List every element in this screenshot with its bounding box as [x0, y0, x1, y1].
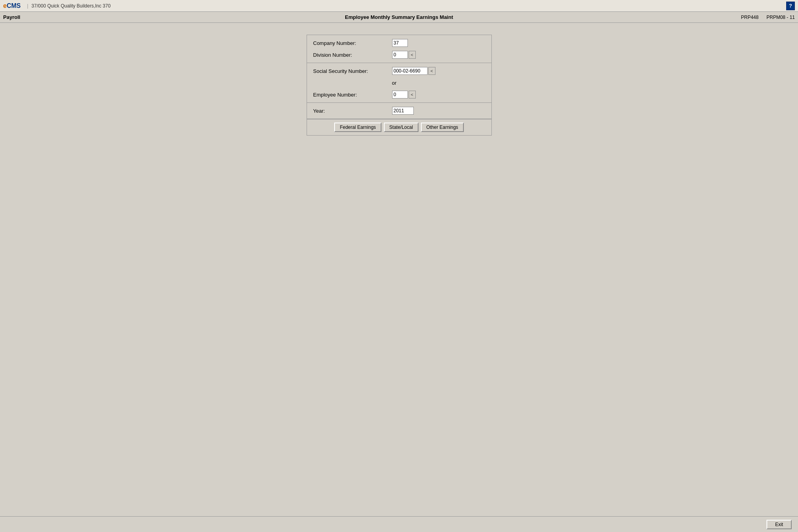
company-number-input-group — [392, 39, 408, 47]
company-number-row: Company Number: — [313, 38, 485, 48]
screen-code-1: PRP448 — [741, 15, 759, 20]
company-division-section: Company Number: Division Number: < — [307, 35, 491, 63]
other-earnings-button[interactable]: Other Earnings — [421, 123, 464, 132]
module-name: Payroll — [3, 14, 20, 20]
employee-number-input-group: < — [392, 91, 416, 99]
federal-earnings-button[interactable]: Federal Earnings — [334, 123, 381, 132]
ssn-label: Social Security Number: — [313, 68, 392, 74]
screen-codes: PRP448 PRPM08 - 11 — [741, 15, 795, 20]
employee-number-label: Employee Number: — [313, 92, 392, 98]
action-buttons-section: Federal Earnings State/Local Other Earni… — [307, 119, 491, 135]
employee-number-input[interactable] — [392, 91, 408, 99]
division-number-label: Division Number: — [313, 52, 392, 58]
division-browse-button[interactable]: < — [409, 51, 416, 59]
page-title: Employee Monthly Summary Earnings Maint — [345, 14, 453, 20]
ssn-input[interactable] — [392, 67, 428, 75]
menu-bar: Payroll Employee Monthly Summary Earning… — [0, 12, 798, 23]
employee-number-row: Employee Number: < — [313, 90, 485, 99]
ssn-input-group: < — [392, 67, 435, 75]
year-input[interactable] — [392, 107, 414, 115]
ssn-employee-section: Social Security Number: < or Employee Nu… — [307, 63, 491, 103]
year-input-group — [392, 107, 414, 115]
or-text: or — [392, 80, 397, 86]
company-number-label: Company Number: — [313, 40, 392, 46]
help-button[interactable]: ? — [786, 2, 795, 10]
form-panel: Company Number: Division Number: < Socia… — [307, 35, 492, 136]
ssn-browse-button[interactable]: < — [428, 67, 435, 75]
exit-button[interactable]: Exit — [766, 520, 792, 529]
division-number-input[interactable] — [392, 51, 408, 59]
year-section: Year: — [307, 103, 491, 119]
state-local-button[interactable]: State/Local — [384, 123, 419, 132]
bottom-bar: Exit — [0, 516, 798, 532]
year-row: Year: — [313, 106, 485, 115]
screen-code-2: PRPM08 - 11 — [766, 15, 795, 20]
top-bar: eCMS | 37/000 Quick Quality Builders,Inc… — [0, 0, 798, 12]
company-number-input[interactable] — [392, 39, 408, 47]
year-label: Year: — [313, 108, 392, 114]
division-number-input-group: < — [392, 51, 416, 59]
or-row: or — [313, 78, 485, 87]
app-logo: eCMS — [3, 2, 20, 9]
employee-browse-button[interactable]: < — [409, 91, 416, 99]
ssn-row: Social Security Number: < — [313, 66, 485, 76]
main-content: Company Number: Division Number: < Socia… — [0, 23, 798, 136]
division-number-row: Division Number: < — [313, 50, 485, 60]
separator: | — [27, 3, 28, 9]
company-info: 37/000 Quick Quality Builders,Inc 370 — [32, 3, 111, 9]
